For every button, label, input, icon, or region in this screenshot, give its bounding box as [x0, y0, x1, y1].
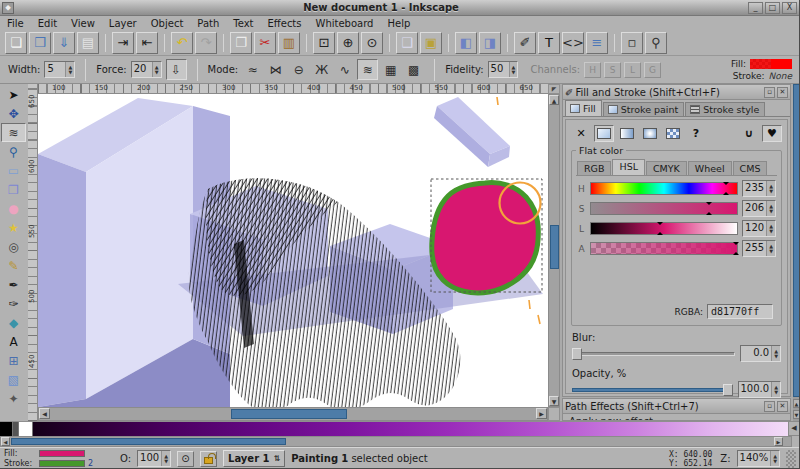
- menu-view[interactable]: View: [64, 17, 102, 30]
- paint-linear-gradient-button[interactable]: [617, 125, 637, 142]
- paint-flat-button[interactable]: [594, 125, 614, 142]
- paint-none-button[interactable]: ✕: [571, 125, 591, 142]
- new-document-button[interactable]: ❏: [5, 32, 27, 54]
- panel-menu-button[interactable]: ▫: [764, 87, 775, 98]
- zoom-page-button[interactable]: ⊙: [361, 32, 383, 54]
- connector-tool-button[interactable]: ⊞: [1, 351, 26, 370]
- panel-close-button[interactable]: ✕: [777, 401, 788, 412]
- scroll-right-arrow[interactable]: ▶: [536, 408, 547, 419]
- palette-swatch-black[interactable]: [0, 422, 13, 436]
- menu-help[interactable]: Help: [380, 17, 417, 30]
- slider-spinbox-a[interactable]: 255▲▼: [742, 240, 776, 257]
- ruler-lock-corner[interactable]: ◤: [548, 84, 560, 94]
- zoom-spinbox[interactable]: 140%▲▼: [737, 450, 780, 467]
- horizontal-scrollbar[interactable]: ◀ ▶: [38, 407, 548, 421]
- paint-pattern-button[interactable]: [663, 125, 683, 142]
- open-document-button[interactable]: ❒: [29, 32, 51, 54]
- mode-shrink-button[interactable]: ⋈: [265, 59, 286, 80]
- fill-rule-nonzero-button[interactable]: ♥: [762, 125, 782, 142]
- mode-push-button[interactable]: ≈: [242, 59, 263, 80]
- tab-stroke-style[interactable]: Stroke style: [685, 102, 765, 116]
- fill-stroke-header[interactable]: ✐ Fill and Stroke (Shift+Ctrl+F) ▫ ✕: [563, 85, 790, 100]
- blur-spinbox[interactable]: 0.0▲▼: [740, 345, 781, 362]
- force-spinbox[interactable]: 20▲▼: [131, 61, 162, 78]
- palette-scroll-left-arrow[interactable]: ◀: [788, 421, 800, 436]
- horizontal-ruler[interactable]: 100150200250300350400450500550600650: [38, 84, 548, 94]
- align-distribute-dialog-button[interactable]: ≡: [586, 32, 608, 54]
- small-3d-box[interactable]: [434, 97, 510, 167]
- fill-indicator-swatch[interactable]: [750, 59, 792, 69]
- import-document-button[interactable]: ⇥: [112, 32, 134, 54]
- cut-button[interactable]: ✂: [254, 32, 276, 54]
- opacity-spinbox[interactable]: 100.0▲▼: [738, 381, 782, 398]
- calligraphy-tool-button[interactable]: ✑: [1, 294, 26, 313]
- redo-button[interactable]: ↷: [195, 32, 217, 54]
- dock-scroll-thumb[interactable]: [793, 84, 800, 397]
- layer-lock-toggle[interactable]: [200, 451, 217, 467]
- slider-spinbox-s[interactable]: 206▲▼: [742, 200, 776, 217]
- dropper-tool-button[interactable]: ✦: [1, 389, 26, 408]
- icon-preview-dialog-button[interactable]: ▫: [621, 32, 643, 54]
- menu-effects[interactable]: Effects: [261, 17, 309, 30]
- vertical-scroll-thumb[interactable]: [550, 225, 559, 269]
- spiral-tool-button[interactable]: ◎: [1, 237, 26, 256]
- channel-l-button[interactable]: L: [624, 62, 641, 78]
- fill-stroke-dialog-button[interactable]: ✐: [514, 32, 536, 54]
- mode-roughen-button[interactable]: ∿: [334, 59, 355, 80]
- slider-bar-l[interactable]: [590, 222, 738, 235]
- paint-unknown-button[interactable]: ?: [686, 125, 706, 142]
- spin-steppers[interactable]: ▲▼: [766, 241, 775, 256]
- panel-menu-button[interactable]: ▫: [764, 401, 775, 412]
- slider-bar-a[interactable]: [590, 242, 738, 255]
- vertical-scrollbar[interactable]: ▲ ▼: [548, 94, 560, 407]
- width-spinbox[interactable]: 5▲▼: [44, 61, 75, 78]
- zoom-tool-button[interactable]: ⚲: [1, 142, 26, 161]
- star-tool-button[interactable]: ★: [1, 218, 26, 237]
- rgba-input[interactable]: d81770ff: [707, 304, 773, 319]
- color-tab-wheel[interactable]: Wheel: [688, 161, 732, 175]
- box3d-tool-button[interactable]: ❐: [1, 180, 26, 199]
- pressure-toggle-button[interactable]: ⇩: [166, 59, 187, 80]
- minimize-button[interactable]: _: [748, 2, 763, 14]
- undo-button[interactable]: ↶: [171, 32, 193, 54]
- print-document-button[interactable]: ▤: [77, 32, 99, 54]
- mode-attract-button[interactable]: Ж: [311, 59, 332, 80]
- selector-tool-button[interactable]: ➤: [1, 85, 26, 104]
- menu-text[interactable]: Text: [226, 17, 260, 30]
- zoom-selection-button[interactable]: ⊡: [313, 32, 335, 54]
- current-layer-dropdown[interactable]: Layer 1⇅: [223, 450, 285, 467]
- slider-bar-h[interactable]: [590, 182, 738, 195]
- scroll-up-arrow[interactable]: ▲: [549, 95, 559, 105]
- scroll-left-arrow[interactable]: ◀: [39, 408, 50, 419]
- zoom-drawing-button[interactable]: ⊕: [337, 32, 359, 54]
- paste-button[interactable]: ▥: [278, 32, 300, 54]
- scroll-down-arrow[interactable]: ▼: [549, 396, 559, 406]
- maximize-button[interactable]: □: [765, 2, 780, 14]
- channel-g-button[interactable]: G: [644, 62, 661, 78]
- palette-scrollbar[interactable]: ◀ ▶: [0, 436, 792, 447]
- rectangle-tool-button[interactable]: ▭: [1, 161, 26, 180]
- spin-steppers[interactable]: ▲▼: [766, 201, 775, 216]
- tweak-tool-button[interactable]: ≋: [1, 123, 26, 142]
- color-tab-rgb[interactable]: RGB: [577, 161, 611, 175]
- fill-stroke-indicator[interactable]: Fill: Stroke: 2: [4, 449, 114, 468]
- text-dialog-button[interactable]: T: [538, 32, 560, 54]
- slider-bar-s[interactable]: [590, 202, 738, 215]
- duplicate-button[interactable]: ❑: [396, 32, 418, 54]
- path-effects-header[interactable]: Path Effects (Shift+Ctrl+7) ▫ ✕: [563, 399, 790, 414]
- stroke-indicator-value[interactable]: None: [769, 71, 792, 81]
- menu-whiteboard[interactable]: Whiteboard: [309, 17, 381, 30]
- menu-file[interactable]: File: [0, 17, 31, 30]
- save-document-button[interactable]: ⇓: [53, 32, 75, 54]
- object-opacity-spinbox[interactable]: 100▲▼: [137, 450, 171, 467]
- statusbar-stroke-swatch[interactable]: [39, 460, 85, 467]
- slider-spinbox-l[interactable]: 120▲▼: [742, 220, 776, 237]
- mode-paint-button[interactable]: ≋: [357, 59, 378, 80]
- dock-scroll-down[interactable]: ▼: [793, 410, 800, 419]
- menu-path[interactable]: Path: [190, 17, 226, 30]
- create-clone-button[interactable]: ▣: [420, 32, 442, 54]
- mode-grow-button[interactable]: ⊖: [288, 59, 309, 80]
- channel-s-button[interactable]: S: [604, 62, 621, 78]
- spin-steppers[interactable]: ▲▼: [766, 181, 775, 196]
- xml-editor-button[interactable]: <>: [562, 32, 584, 54]
